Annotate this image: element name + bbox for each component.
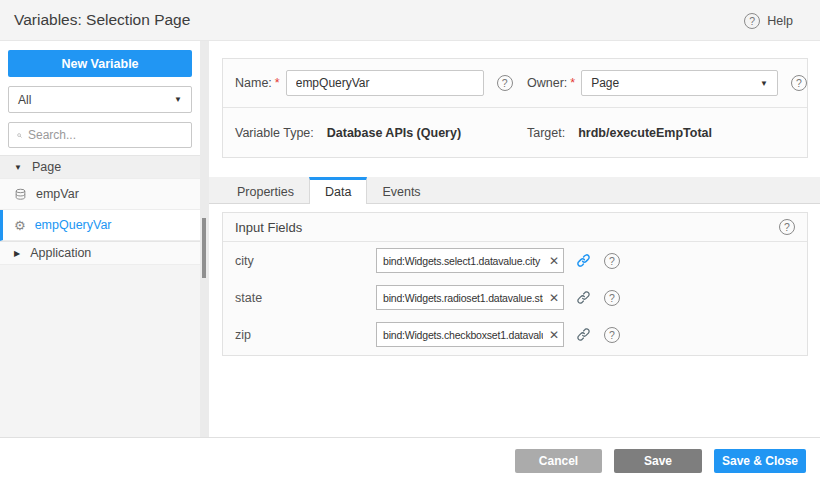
sidebar-scrollbar-thumb[interactable] [202,218,206,278]
tree-node-page[interactable]: ▼ Page [0,155,200,179]
owner-help-icon[interactable]: ? [791,75,807,91]
name-label: Name: [235,76,272,90]
state-bind-input[interactable] [376,285,564,310]
tab-events[interactable]: Events [367,177,435,203]
save-button[interactable]: Save [614,449,702,473]
help-icon: ? [744,13,760,29]
dialog-footer: Cancel Save Save & Close [0,437,820,489]
input-fields-panel: Input Fields ? city ✕ ? state [222,212,808,356]
bind-input-wrap: ✕ [376,248,564,273]
field-row-city: city ✕ ? [223,242,807,279]
bind-link-icon[interactable] [576,290,591,305]
field-label: zip [235,328,376,342]
input-fields-header: Input Fields ? [223,213,807,242]
tree-item-label: empVar [36,187,79,201]
query-variable-icon: ⚙ [14,219,26,232]
bind-link-icon[interactable] [576,327,591,342]
variables-sidebar: New Variable All ▼ ▼ Page [0,41,200,437]
tab-data[interactable]: Data [309,177,367,204]
city-bind-input[interactable] [376,248,564,273]
variable-summary-panel: Name: * ? Owner: * Page ▼ ? Varia [222,58,808,158]
tree-item-empqueryvar[interactable]: ⚙ empQueryVar [0,210,200,241]
input-fields-help-icon[interactable]: ? [779,219,795,235]
help-label: Help [767,14,793,28]
field-help-icon[interactable]: ? [604,290,620,306]
page-title: Variables: Selection Page [14,11,190,29]
required-marker: * [570,76,575,90]
input-fields-title: Input Fields [235,220,302,235]
field-help-icon[interactable]: ? [604,253,620,269]
field-label: city [235,254,376,268]
owner-selected-value: Page [591,76,619,90]
field-row-state: state ✕ ? [223,279,807,316]
dialog-header: Variables: Selection Page ? Help [0,0,820,41]
name-help-icon[interactable]: ? [497,75,513,91]
variables-tree: ▼ Page empVar ⚙ empQueryVar ▶ Applicatio… [0,155,200,438]
name-field-group: Name: * ? [223,70,515,96]
save-close-button[interactable]: Save & Close [714,449,806,473]
type-target-row: Variable Type: Database APIs (Query) Tar… [223,108,807,157]
target-value: hrdb/executeEmpTotal [578,126,712,140]
tree-item-empvar[interactable]: empVar [0,179,200,210]
variables-dialog: Variables: Selection Page ? Help New Var… [0,0,820,489]
sidebar-scrollbar-track[interactable] [200,41,209,437]
variable-type-group: Variable Type: Database APIs (Query) [223,126,515,140]
field-label: state [235,291,376,305]
variable-filter-select[interactable]: All ▼ [8,86,192,113]
variable-type-value: Database APIs (Query) [327,126,461,140]
field-row-zip: zip ✕ ? [223,316,807,353]
target-label: Target: [527,126,565,140]
clear-icon[interactable]: ✕ [549,329,559,341]
target-group: Target: hrdb/executeEmpTotal [515,126,807,140]
tree-node-label: Application [30,246,91,260]
chevron-down-icon: ▼ [760,79,768,88]
zip-bind-input[interactable] [376,322,564,347]
variable-type-label: Variable Type: [235,126,314,140]
search-icon [17,129,22,142]
service-variable-icon [14,188,27,201]
search-box[interactable] [8,122,192,148]
tree-item-label: empQueryVar [35,218,112,232]
filter-selected-value: All [18,93,31,107]
required-marker: * [275,76,280,90]
caret-down-icon: ▼ [14,163,22,172]
bind-input-wrap: ✕ [376,322,564,347]
cancel-button[interactable]: Cancel [515,449,602,473]
owner-select[interactable]: Page ▼ [581,70,778,96]
help-link[interactable]: ? Help [744,0,793,41]
tree-empty-area [0,265,200,438]
field-help-icon[interactable]: ? [604,327,620,343]
name-owner-row: Name: * ? Owner: * Page ▼ ? [223,59,807,108]
caret-right-icon: ▶ [14,249,20,258]
bind-input-wrap: ✕ [376,285,564,310]
tab-properties[interactable]: Properties [222,177,309,203]
owner-field-group: Owner: * Page ▼ ? [515,70,807,96]
tree-node-label: Page [32,160,61,174]
detail-tabs: Properties Data Events [209,177,820,204]
bind-link-icon[interactable] [576,253,591,268]
variable-detail-panel: Name: * ? Owner: * Page ▼ ? Varia [209,41,820,437]
clear-icon[interactable]: ✕ [549,255,559,267]
tree-node-application[interactable]: ▶ Application [0,241,200,265]
name-input[interactable] [286,70,484,96]
owner-label: Owner: [527,76,567,90]
clear-icon[interactable]: ✕ [549,292,559,304]
new-variable-button[interactable]: New Variable [8,50,192,77]
search-input[interactable] [28,128,183,142]
chevron-down-icon: ▼ [174,95,182,104]
sidebar-controls: New Variable All ▼ [0,41,200,152]
